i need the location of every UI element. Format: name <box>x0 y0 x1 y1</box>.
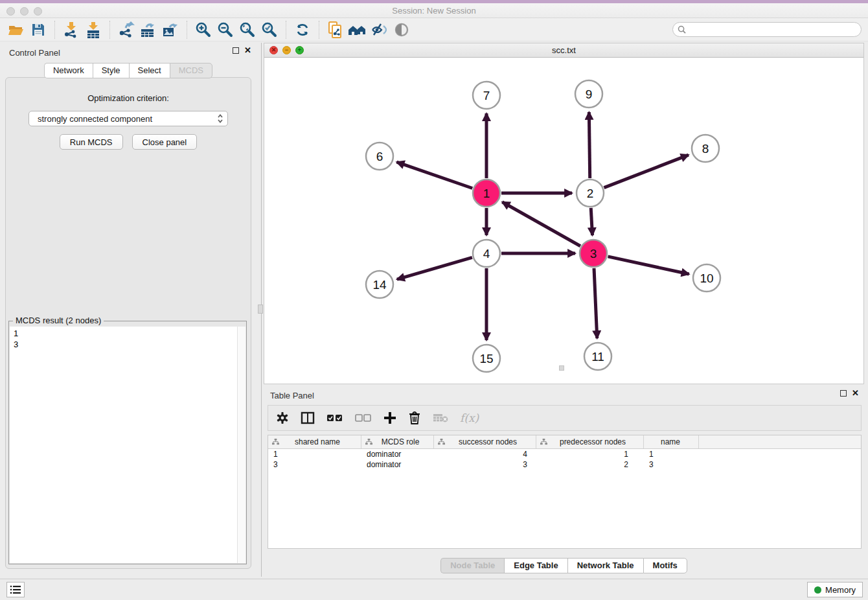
horizontal-splitter-handle[interactable] <box>559 365 564 371</box>
add-column-button[interactable] <box>383 409 396 427</box>
run-mcds-button[interactable]: Run MCDS <box>60 134 123 150</box>
network-window-title: scc.txt <box>264 45 863 55</box>
column-header-mcds-role[interactable]: MCDS role <box>361 435 434 448</box>
table-row[interactable]: 1 dominator 4 1 1 <box>268 449 861 459</box>
zoom-fit-icon <box>239 21 256 38</box>
cell-successor-nodes: 4 <box>434 450 536 459</box>
graph-node-label-3: 3 <box>590 247 597 260</box>
mcds-result-scrollbar[interactable] <box>237 327 246 563</box>
cell-name: 3 <box>644 460 699 469</box>
close-panel-icon[interactable]: ✕ <box>852 390 859 397</box>
tab-node-table[interactable]: Node Table <box>440 558 504 573</box>
delete-column-button[interactable] <box>408 409 421 427</box>
column-header-name[interactable]: name <box>644 435 699 448</box>
window-titlebar: Session: New Session <box>0 0 868 18</box>
close-panel-icon[interactable]: ✕ <box>244 47 251 54</box>
column-header-successor-nodes[interactable]: successor nodes <box>434 435 536 448</box>
toolbar-separator <box>319 21 319 39</box>
function-icon: f(x) <box>460 411 479 424</box>
zoom-in-button[interactable] <box>192 20 214 40</box>
delete-table-icon <box>433 413 448 423</box>
column-header-predecessor-nodes[interactable]: predecessor nodes <box>536 435 644 448</box>
apply-function-button-disabled: f(x) <box>460 409 479 427</box>
search-input[interactable] <box>689 24 861 36</box>
mcds-result-line: 3 <box>14 339 233 350</box>
export-network-button[interactable] <box>115 20 137 40</box>
table-settings-button[interactable] <box>276 409 289 427</box>
import-table-icon <box>86 21 101 38</box>
toolbar-separator <box>54 21 55 39</box>
tab-motifs[interactable]: Motifs <box>643 558 687 573</box>
close-panel-button[interactable]: Close panel <box>132 134 198 150</box>
tab-style[interactable]: Style <box>93 63 129 78</box>
graph-edge-2-3[interactable] <box>591 208 592 235</box>
vertical-splitter[interactable] <box>257 43 264 577</box>
graph-edge-1-6[interactable] <box>396 162 472 188</box>
hide-elements-button[interactable] <box>369 20 391 40</box>
zoom-out-button[interactable] <box>214 20 236 40</box>
graph-node-label-15: 15 <box>479 352 493 365</box>
tab-network-table[interactable]: Network Table <box>567 558 643 573</box>
export-table-button[interactable] <box>137 20 159 40</box>
graph-edge-3-11[interactable] <box>594 268 597 338</box>
home-icon <box>348 22 367 38</box>
gear-icon <box>276 411 289 424</box>
network-canvas[interactable]: 7968124314101511 <box>264 58 863 384</box>
table-row[interactable]: 3 dominator 3 2 3 <box>268 459 861 470</box>
network-graph[interactable]: 7968124314101511 <box>264 58 863 384</box>
table-header-row: shared name MCDS role successor nodes pr… <box>268 435 861 449</box>
clone-network-button[interactable] <box>325 20 347 40</box>
memory-status-icon <box>814 586 821 594</box>
float-panel-icon[interactable] <box>840 390 847 397</box>
open-session-button[interactable] <box>5 20 27 40</box>
criterion-select[interactable]: strongly connected component <box>29 111 228 126</box>
list-icon <box>10 584 21 595</box>
graph-edge-2-8[interactable] <box>604 155 688 188</box>
show-eye-button[interactable] <box>391 20 413 40</box>
graph-edge-3-1[interactable] <box>502 202 580 246</box>
refresh-button[interactable] <box>291 20 314 40</box>
zoom-selected-button[interactable] <box>258 20 280 40</box>
export-image-button[interactable] <box>159 20 181 40</box>
graph-edge-4-14[interactable] <box>397 257 472 279</box>
task-history-button[interactable] <box>6 582 25 597</box>
show-columns-button[interactable] <box>301 409 315 427</box>
toolbar-separator <box>109 21 110 39</box>
cell-mcds-role: dominator <box>361 450 434 459</box>
graph-edge-3-10[interactable] <box>608 257 689 274</box>
deselect-all-button[interactable] <box>355 409 372 427</box>
import-table-button[interactable] <box>82 20 104 40</box>
cell-shared-name: 3 <box>268 460 361 469</box>
export-table-icon <box>140 21 157 38</box>
splitter-handle[interactable] <box>258 305 263 314</box>
mcds-result-text[interactable]: 1 3 <box>10 327 237 563</box>
float-panel-icon[interactable] <box>233 47 239 54</box>
zoom-fit-button[interactable] <box>236 20 258 40</box>
cell-predecessor-nodes: 1 <box>536 450 644 459</box>
save-session-button[interactable] <box>27 20 49 40</box>
home-button[interactable] <box>347 20 369 40</box>
network-window-titlebar[interactable]: ✕ − + scc.txt <box>264 43 863 58</box>
import-network-button[interactable] <box>60 20 82 40</box>
tab-edge-table[interactable]: Edge Table <box>504 558 567 573</box>
tab-select[interactable]: Select <box>129 63 170 78</box>
graph-node-label-1: 1 <box>483 187 490 200</box>
network-view-window: ✕ − + scc.txt 7968124314101511 <box>264 43 864 384</box>
node-table[interactable]: shared name MCDS role successor nodes pr… <box>268 435 862 549</box>
table-panel-title: Table Panel <box>270 391 314 400</box>
column-header-shared-name[interactable]: shared name <box>268 435 361 448</box>
hierarchy-icon <box>540 439 547 446</box>
tab-mcds[interactable]: MCDS <box>170 63 212 78</box>
hierarchy-icon <box>365 439 372 446</box>
toolbar-separator <box>187 21 187 39</box>
mcds-result-line: 1 <box>14 328 233 339</box>
optimization-criterion-label: Optimization criterion: <box>6 93 251 103</box>
open-folder-icon <box>8 22 25 38</box>
search-field[interactable] <box>672 22 862 37</box>
clone-network-icon <box>327 21 344 39</box>
graph-edge-2-9[interactable] <box>589 112 589 178</box>
select-all-button[interactable] <box>326 409 343 427</box>
mcds-tab-content: Optimization criterion: strongly connect… <box>5 77 251 569</box>
memory-button[interactable]: Memory <box>807 582 863 597</box>
tab-network[interactable]: Network <box>44 63 93 78</box>
